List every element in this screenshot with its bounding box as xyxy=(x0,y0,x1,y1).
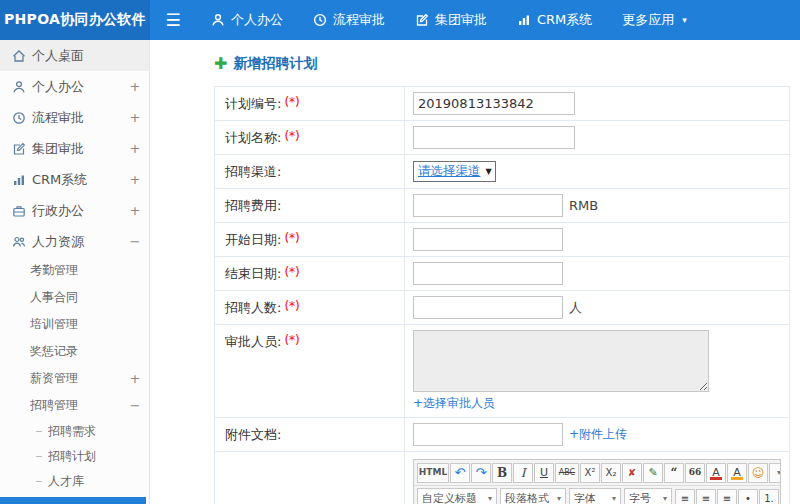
plan-no-input[interactable] xyxy=(413,92,575,115)
form-row-headcount: 招聘人数: (*) 人 xyxy=(215,291,789,325)
undo-button[interactable]: ↶ xyxy=(450,463,470,483)
field-label: 招聘人数: xyxy=(225,299,281,324)
field-label: 计划编号: xyxy=(225,95,281,120)
users-icon xyxy=(12,235,32,249)
paragraph-format-select[interactable]: 段落格式 ▾ xyxy=(500,488,566,504)
align-center-button[interactable]: ≡ xyxy=(696,489,716,504)
sidebar-item-talent-pool[interactable]: 人才库 xyxy=(0,469,149,494)
font-family-select[interactable]: 字体 ▾ xyxy=(569,488,621,504)
highlight-color-button[interactable]: A xyxy=(727,463,747,483)
ordered-list-button[interactable]: 1. xyxy=(759,489,779,504)
quote-button[interactable]: 66 xyxy=(685,463,705,483)
html-source-button[interactable]: HTML xyxy=(417,463,449,483)
sidebar-item-hr[interactable]: 人力资源 − xyxy=(0,226,149,257)
sidebar-item-admin-office[interactable]: 行政办公 + xyxy=(0,195,149,226)
home-icon xyxy=(12,49,32,63)
subscript-button[interactable]: X₂ xyxy=(601,463,621,483)
field-label: 开始日期: xyxy=(225,231,281,256)
more-tools-dropdown[interactable]: ▾ xyxy=(769,463,780,483)
bullet-dash-icon xyxy=(36,481,42,482)
nav-personal-office[interactable]: 个人办公 xyxy=(196,0,298,40)
choose-approvers-link[interactable]: +选择审批人员 xyxy=(413,395,495,412)
expand-toggle[interactable]: + xyxy=(129,79,141,94)
form-row-attachment: 附件文档: +附件上传 xyxy=(215,418,789,452)
field-label: 招聘费用: xyxy=(225,197,281,222)
align-right-button[interactable]: ≡ xyxy=(717,489,737,504)
custom-title-select[interactable]: 自定义标题 ▾ xyxy=(417,488,497,504)
approvers-textarea[interactable] xyxy=(413,330,709,392)
attachment-input[interactable] xyxy=(413,423,563,446)
headcount-input[interactable] xyxy=(413,296,563,319)
align-left-button[interactable]: ≡ xyxy=(675,489,695,504)
sidebar-item-rewards[interactable]: 奖惩记录 xyxy=(0,338,149,365)
hamburger-menu-icon[interactable]: ☰ xyxy=(150,0,196,40)
select-caret-icon: ▼ xyxy=(484,167,494,176)
plus-icon: ✚ xyxy=(214,56,227,72)
app-logo[interactable]: PHPOA协同办公软件 xyxy=(0,0,150,40)
underline-button[interactable]: U xyxy=(534,463,554,483)
required-mark: (*) xyxy=(284,265,299,290)
editor-toolbar-row1: HTML ↶ ↷ B I U ABC X² X₂ ✘ ✎ “ 6 xyxy=(414,460,780,486)
headcount-unit: 人 xyxy=(569,299,582,317)
sidebar-item-group-approval[interactable]: 集团审批 + xyxy=(0,133,149,164)
fee-input[interactable] xyxy=(413,194,563,217)
sidebar-item-desktop[interactable]: 个人桌面 xyxy=(0,40,149,71)
recruit-plan-form: 计划编号: (*) 计划名称: (*) 招聘渠道: xyxy=(214,86,790,504)
form-row-start-date: 开始日期: (*) xyxy=(215,223,789,257)
nav-more-apps[interactable]: 更多应用 ▾ xyxy=(607,0,702,40)
form-row-channel: 招聘渠道: 请选择渠道 ▼ xyxy=(215,155,789,189)
chevron-down-icon: ▾ xyxy=(557,494,561,503)
blockquote-button[interactable]: “ xyxy=(664,463,684,483)
bar-chart-icon xyxy=(12,173,32,187)
nav-label: 流程审批 xyxy=(333,11,385,29)
bold-button[interactable]: B xyxy=(492,463,512,483)
font-size-select[interactable]: 字号 ▾ xyxy=(624,488,672,504)
nav-crm-system[interactable]: CRM系统 xyxy=(502,0,607,40)
sidebar-item-recruitment[interactable]: 招聘管理 − xyxy=(0,392,149,419)
expand-toggle[interactable]: + xyxy=(129,172,141,187)
collapse-toggle[interactable]: − xyxy=(129,398,141,413)
rich-text-editor: HTML ↶ ↷ B I U ABC X² X₂ ✘ ✎ “ 6 xyxy=(413,459,781,504)
sidebar-item-recruit-plan[interactable]: 招聘计划 xyxy=(0,444,149,469)
clock-icon xyxy=(12,111,32,125)
sidebar-item-training[interactable]: 培训管理 xyxy=(0,311,149,338)
clock-icon xyxy=(313,13,327,27)
sidebar-item-personnel-contract[interactable]: 人事合同 xyxy=(0,284,149,311)
page-body: 个人桌面 个人办公 + 流程审批 + 集团审批 + xyxy=(0,40,800,504)
font-color-button[interactable]: A xyxy=(706,463,726,483)
sidebar-item-partial[interactable] xyxy=(0,497,146,504)
channel-select[interactable]: 请选择渠道 ▼ xyxy=(413,161,496,182)
page-title-text: 新增招聘计划 xyxy=(233,55,317,73)
expand-toggle[interactable]: + xyxy=(129,141,141,156)
sidebar: 个人桌面 个人办公 + 流程审批 + 集团审批 + xyxy=(0,40,150,504)
end-date-input[interactable] xyxy=(413,262,563,285)
sidebar-item-recruit-demand[interactable]: 招聘需求 xyxy=(0,419,149,444)
bullet-dash-icon xyxy=(36,456,42,457)
collapse-toggle[interactable]: − xyxy=(129,234,141,249)
nav-group-approval[interactable]: 集团审批 xyxy=(400,0,502,40)
remove-format-button[interactable]: ✘ xyxy=(622,463,642,483)
sidebar-item-crm[interactable]: CRM系统 + xyxy=(0,164,149,195)
expand-toggle[interactable]: + xyxy=(129,371,141,386)
start-date-input[interactable] xyxy=(413,228,563,251)
plan-name-input[interactable] xyxy=(413,126,575,149)
user-icon xyxy=(12,80,32,94)
emoticon-button[interactable]: ☺ xyxy=(748,463,768,483)
sidebar-item-attendance[interactable]: 考勤管理 xyxy=(0,257,149,284)
main-content: ✚ 新增招聘计划 计划编号: (*) 计划名称: (*) xyxy=(150,40,800,504)
nav-workflow-approval[interactable]: 流程审批 xyxy=(298,0,400,40)
superscript-button[interactable]: X² xyxy=(580,463,600,483)
expand-toggle[interactable]: + xyxy=(129,203,141,218)
sidebar-item-workflow-approval[interactable]: 流程审批 + xyxy=(0,102,149,133)
sidebar-item-salary[interactable]: 薪资管理 + xyxy=(0,365,149,392)
edit-icon xyxy=(415,13,429,27)
upload-attachment-link[interactable]: +附件上传 xyxy=(569,426,627,443)
italic-button[interactable]: I xyxy=(513,463,533,483)
redo-button[interactable]: ↷ xyxy=(471,463,491,483)
top-header: PHPOA协同办公软件 ☰ 个人办公 流程审批 集团审批 CRM系统 xyxy=(0,0,800,40)
format-brush-button[interactable]: ✎ xyxy=(643,463,663,483)
unordered-list-button[interactable]: • xyxy=(738,489,758,504)
sidebar-item-personal-office[interactable]: 个人办公 + xyxy=(0,71,149,102)
expand-toggle[interactable]: + xyxy=(129,110,141,125)
strikethrough-button[interactable]: ABC xyxy=(555,463,579,483)
